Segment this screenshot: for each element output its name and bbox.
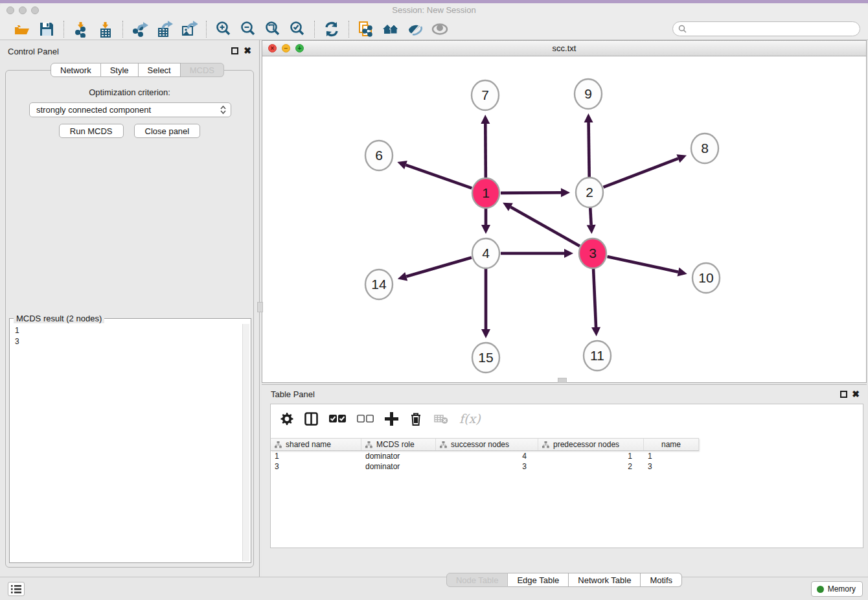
- graph-node-11[interactable]: 11: [584, 341, 611, 371]
- graph-node-10[interactable]: 10: [692, 263, 720, 293]
- open-file-button[interactable]: [12, 20, 32, 38]
- edge-2-8[interactable]: [603, 159, 678, 187]
- mcds-result-list: 1 3: [11, 324, 242, 561]
- zoom-out-button[interactable]: [238, 20, 258, 38]
- zoom-selected-button[interactable]: [287, 20, 308, 38]
- horizontal-splitter-handle[interactable]: [558, 378, 567, 383]
- memory-button[interactable]: Memory: [811, 581, 863, 597]
- graph-node-2[interactable]: 2: [576, 178, 603, 207]
- search-field[interactable]: [672, 21, 860, 36]
- edge-arrow-3-10: [678, 268, 687, 277]
- network-window-titlebar[interactable]: × − + scc.txt: [262, 41, 866, 56]
- close-panel-icon[interactable]: ✖: [244, 47, 251, 54]
- delete-table-button[interactable]: [434, 412, 448, 426]
- split-columns-button[interactable]: [304, 412, 318, 426]
- control-panel-title: Control Panel: [8, 47, 59, 56]
- import-network-button[interactable]: [71, 20, 91, 38]
- control-panel-tabs: NetworkStyleSelectMCDS: [51, 63, 224, 77]
- vertical-splitter-handle[interactable]: [257, 302, 263, 312]
- control-panel: Control Panel ✖ NetworkStyleSelectMCDS O…: [0, 40, 260, 577]
- graph-node-3[interactable]: 3: [579, 238, 606, 268]
- first-neighbors-button[interactable]: [380, 20, 401, 38]
- search-input[interactable]: [689, 23, 860, 35]
- edge-3-10[interactable]: [607, 257, 678, 272]
- task-history-button[interactable]: [8, 582, 25, 596]
- import-table-button[interactable]: [95, 20, 116, 38]
- export-network-button[interactable]: [130, 20, 150, 38]
- export-table-button[interactable]: [154, 20, 175, 38]
- column-type-icon: [275, 441, 282, 448]
- column-header-label: successor nodes: [451, 440, 509, 449]
- tab-motifs[interactable]: Motifs: [641, 573, 682, 587]
- column-header-successor-nodes[interactable]: successor nodes: [436, 439, 538, 450]
- network-canvas[interactable]: 1234678910111415: [262, 56, 866, 382]
- duplicate-network-button[interactable]: [356, 20, 376, 38]
- refresh-layout-button[interactable]: [321, 20, 342, 38]
- tab-network-table[interactable]: Network Table: [569, 573, 641, 587]
- criterion-value: strongly connected component: [36, 105, 151, 115]
- open-file-icon: [14, 21, 30, 38]
- edge-arrow-1-7: [481, 115, 490, 124]
- column-header-label: name: [661, 440, 681, 449]
- tab-network[interactable]: Network: [51, 63, 101, 77]
- window-title: Session: New Session: [0, 5, 868, 15]
- edge-1-7[interactable]: [485, 124, 486, 178]
- column-header-MCDS-role[interactable]: MCDS role: [361, 439, 436, 450]
- edge-3-11[interactable]: [593, 268, 596, 327]
- column-header-predecessor-nodes[interactable]: predecessor nodes: [538, 439, 644, 450]
- import-table-icon: [97, 21, 114, 38]
- graph-node-14[interactable]: 14: [365, 270, 393, 299]
- column-header-shared-name[interactable]: shared name: [271, 439, 361, 450]
- birds-eye-view-button[interactable]: [429, 20, 450, 38]
- table-row[interactable]: 3dominator323: [271, 462, 863, 472]
- zoom-fit-button[interactable]: [262, 20, 283, 38]
- graph-node-7[interactable]: 7: [472, 80, 499, 110]
- graph-node-4[interactable]: 4: [472, 238, 499, 268]
- edge-2-3[interactable]: [590, 207, 591, 225]
- deselect-all-rows-button[interactable]: [357, 412, 374, 426]
- refresh-layout-icon: [323, 21, 340, 38]
- table-cell: 1: [644, 452, 699, 462]
- edge-3-1[interactable]: [510, 207, 580, 246]
- table-close-icon[interactable]: ✖: [852, 391, 860, 398]
- float-panel-icon[interactable]: [231, 47, 238, 54]
- table-float-icon[interactable]: [840, 391, 847, 398]
- result-scrollbar[interactable]: [242, 324, 249, 561]
- graph-node-1[interactable]: 1: [472, 178, 499, 208]
- zoom-in-button[interactable]: [213, 20, 234, 38]
- table-panel-title: Table Panel: [271, 389, 315, 399]
- close-panel-button[interactable]: Close panel: [134, 124, 201, 138]
- tab-edge-table[interactable]: Edge Table: [508, 573, 569, 587]
- graph-node-6[interactable]: 6: [365, 141, 393, 170]
- table-cell: 3: [436, 462, 538, 472]
- edge-arrow-1-4: [481, 225, 490, 234]
- graph-node-8[interactable]: 8: [691, 133, 718, 163]
- run-mcds-button[interactable]: Run MCDS: [59, 124, 124, 138]
- delete-column-button[interactable]: [409, 412, 423, 426]
- edge-1-2[interactable]: [501, 192, 561, 193]
- graph-node-9[interactable]: 9: [575, 79, 602, 109]
- save-session-button[interactable]: [36, 20, 57, 38]
- export-image-button[interactable]: [179, 20, 200, 38]
- tab-mcds[interactable]: MCDS: [181, 63, 224, 77]
- apply-function-button[interactable]: f(x): [459, 411, 481, 426]
- table-row[interactable]: 1dominator411: [271, 452, 863, 462]
- table-settings-button[interactable]: [280, 412, 293, 426]
- tab-select[interactable]: Select: [139, 63, 181, 77]
- edge-4-14[interactable]: [406, 257, 472, 276]
- graph-node-15[interactable]: 15: [472, 343, 499, 373]
- node-label-2: 2: [586, 185, 593, 200]
- table-cell: 1: [271, 452, 361, 462]
- list-icon: [11, 585, 21, 594]
- criterion-dropdown[interactable]: strongly connected component: [29, 102, 231, 117]
- graphics-details-button[interactable]: [405, 20, 426, 38]
- column-header-name[interactable]: name: [644, 439, 699, 450]
- edge-1-6[interactable]: [406, 165, 472, 189]
- add-column-button[interactable]: [385, 412, 398, 426]
- tab-style[interactable]: Style: [101, 63, 139, 77]
- node-label-10: 10: [698, 270, 713, 285]
- edge-2-9[interactable]: [589, 122, 589, 178]
- tab-node-table[interactable]: Node Table: [446, 573, 508, 587]
- zoom-fit-icon: [264, 21, 281, 38]
- select-all-rows-button[interactable]: [329, 412, 346, 426]
